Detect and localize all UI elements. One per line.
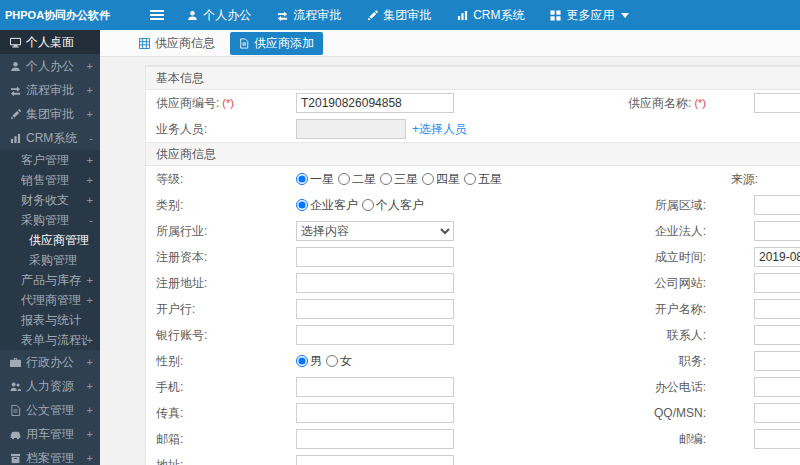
form-row: 注册资本:成立时间: — [146, 244, 800, 270]
sidebar-item[interactable]: 采购管理 — [0, 250, 100, 270]
sidebar-item-label: 行政办公 — [26, 354, 82, 371]
sidebar-item[interactable]: 流程审批+ — [0, 78, 100, 102]
tab-supplier-add[interactable]: 供应商添加 — [230, 32, 323, 55]
form-row: 性别:男女职务: — [146, 348, 800, 374]
bank-account-input[interactable] — [296, 325, 454, 345]
sidebar-item[interactable]: 个人桌面 — [0, 30, 100, 54]
choose-person-link[interactable]: +选择人员 — [412, 121, 467, 138]
nav-more-apps[interactable]: 更多应用 — [537, 0, 642, 30]
expand-toggle-icon[interactable]: - — [89, 214, 100, 226]
postcode-input[interactable] — [754, 429, 800, 449]
industry-select[interactable]: 选择内容 — [296, 221, 454, 241]
expand-toggle-icon[interactable]: + — [87, 404, 100, 416]
sidebar-item[interactable]: 销售管理+ — [0, 170, 100, 190]
expand-toggle-icon[interactable]: + — [87, 428, 100, 440]
expand-toggle-icon[interactable]: + — [87, 108, 100, 120]
sidebar-item[interactable]: 客户管理+ — [0, 150, 100, 170]
supplier-code-input[interactable] — [296, 93, 454, 113]
sidebar-item[interactable]: 表单与流程设置+ — [0, 330, 100, 350]
supplier-name-input[interactable] — [754, 93, 800, 113]
sidebar-item[interactable]: 个人办公+ — [0, 54, 100, 78]
sidebar-item[interactable]: 用车管理+ — [0, 422, 100, 446]
level-radio[interactable] — [464, 173, 476, 185]
level-radio-option[interactable]: 三星 — [380, 171, 418, 188]
level-radio[interactable] — [296, 173, 308, 185]
expand-toggle-icon[interactable]: + — [87, 194, 100, 206]
menu-toggle-icon[interactable] — [140, 9, 174, 21]
flow-icon — [10, 85, 21, 96]
company-website-input[interactable] — [754, 273, 800, 293]
expand-toggle-icon[interactable]: + — [87, 84, 100, 96]
form-row: 地址: — [146, 452, 800, 465]
expand-toggle-icon[interactable]: + — [87, 174, 100, 186]
expand-toggle-icon[interactable]: + — [87, 452, 100, 464]
level-radio-option[interactable]: 一星 — [296, 171, 334, 188]
sidebar-item[interactable]: 代理商管理+ — [0, 290, 100, 310]
expand-toggle-icon[interactable]: + — [87, 294, 100, 306]
expand-toggle-icon[interactable]: - — [89, 132, 100, 144]
tab-supplier-info[interactable]: 供应商信息 — [130, 32, 224, 55]
sidebar-item[interactable]: 产品与库存+ — [0, 270, 100, 290]
account-name-input[interactable] — [754, 299, 800, 319]
level-radio-option[interactable]: 四星 — [422, 171, 460, 188]
category-radio-option[interactable]: 企业客户 — [296, 197, 358, 214]
category-radio-option[interactable]: 个人客户 — [362, 197, 424, 214]
field-control — [754, 273, 800, 293]
sidebar-item[interactable]: 供应商管理 — [0, 230, 100, 250]
level-radio[interactable] — [422, 173, 434, 185]
address-input[interactable] — [296, 455, 454, 465]
region-input[interactable] — [754, 195, 800, 215]
expand-toggle-icon[interactable]: + — [87, 334, 100, 346]
fax-input[interactable] — [296, 403, 454, 423]
legal-person-input[interactable] — [754, 221, 800, 241]
sidebar-item[interactable]: 报表与统计 — [0, 310, 100, 330]
sidebar-item[interactable]: 档案管理+ — [0, 446, 100, 465]
category-radio[interactable] — [362, 199, 374, 211]
contact-input[interactable] — [754, 325, 800, 345]
email-input[interactable] — [296, 429, 454, 449]
field-label: 类别: — [156, 197, 296, 214]
nav-personal-office[interactable]: 个人办公 — [174, 0, 264, 30]
field-label: 开户名称: — [454, 301, 754, 318]
sidebar-item[interactable]: 行政办公+ — [0, 350, 100, 374]
business-person-input[interactable] — [296, 119, 406, 139]
sidebar-item[interactable]: 公文管理+ — [0, 398, 100, 422]
gender-radio-option[interactable]: 女 — [326, 353, 352, 370]
sidebar-item[interactable]: 人力资源+ — [0, 374, 100, 398]
sidebar-item-label: 档案管理 — [26, 450, 82, 465]
sidebar-item[interactable]: 采购管理- — [0, 210, 100, 230]
sidebar-item[interactable]: CRM系统- — [0, 126, 100, 150]
registered-capital-input[interactable] — [296, 247, 454, 267]
position-input[interactable] — [754, 351, 800, 371]
mobile-input[interactable] — [296, 377, 454, 397]
gender-radio-option[interactable]: 男 — [296, 353, 322, 370]
field-label-text: 企业法人: — [655, 224, 706, 238]
sidebar: 个人桌面个人办公+流程审批+集团审批+CRM系统-客户管理+销售管理+财务收支+… — [0, 30, 100, 465]
gender-radio[interactable] — [296, 355, 308, 367]
expand-toggle-icon[interactable]: + — [87, 154, 100, 166]
qq-msn-input[interactable] — [754, 403, 800, 423]
founded-time-input[interactable] — [754, 247, 800, 267]
app-logo[interactable]: PHPOA协同办公软件 — [0, 8, 110, 23]
level-radio-option[interactable]: 五星 — [464, 171, 502, 188]
nav-group-approval[interactable]: 集团审批 — [354, 0, 444, 30]
expand-toggle-icon[interactable]: + — [87, 380, 100, 392]
office-phone-input[interactable] — [754, 377, 800, 397]
nav-label: 流程审批 — [293, 7, 341, 24]
level-radio-option[interactable]: 二星 — [338, 171, 376, 188]
field-control — [754, 325, 800, 345]
registered-address-input[interactable] — [296, 273, 454, 293]
category-radio[interactable] — [296, 199, 308, 211]
sidebar-item[interactable]: 集团审批+ — [0, 102, 100, 126]
expand-toggle-icon[interactable]: + — [87, 356, 100, 368]
gender-radio[interactable] — [326, 355, 338, 367]
nav-process-approval[interactable]: 流程审批 — [264, 0, 354, 30]
level-radio[interactable] — [380, 173, 392, 185]
nav-crm-system[interactable]: CRM系统 — [444, 0, 537, 30]
bank-input[interactable] — [296, 299, 454, 319]
form-row: 供应商编号:(*)供应商名称:(*) — [146, 90, 800, 116]
level-radio[interactable] — [338, 173, 350, 185]
sidebar-item[interactable]: 财务收支+ — [0, 190, 100, 210]
expand-toggle-icon[interactable]: + — [87, 274, 100, 286]
expand-toggle-icon[interactable]: + — [87, 60, 100, 72]
